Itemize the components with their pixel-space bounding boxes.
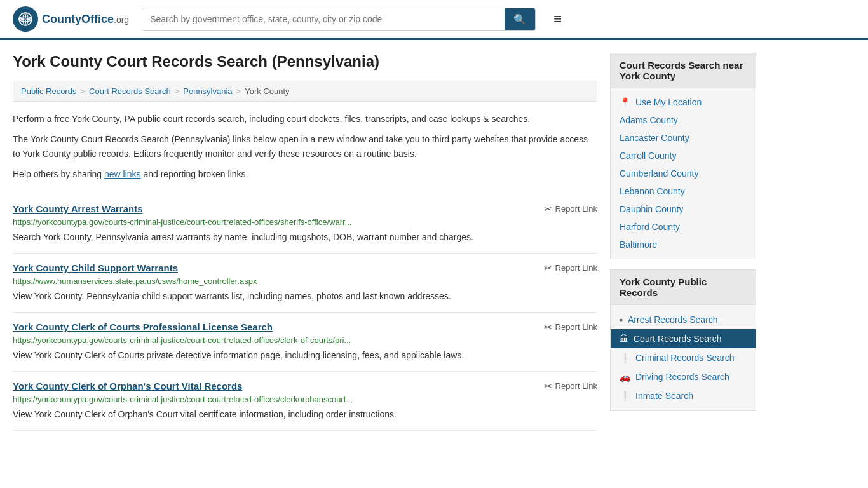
inmate-search-icon: ❕ xyxy=(620,391,630,401)
nearby-section-body: 📍 Use My Location Adams County Lancaster… xyxy=(611,88,756,259)
result-desc: Search York County, Pennsylvania arrest … xyxy=(13,231,597,244)
breadcrumb-court-records[interactable]: Court Records Search xyxy=(89,86,171,96)
new-links-link[interactable]: new links xyxy=(104,169,141,179)
result-item: York County Clerk of Courts Professional… xyxy=(13,313,597,372)
nearby-section-header: Court Records Search near York County xyxy=(611,53,756,88)
description-3: Help others by sharing new links and rep… xyxy=(13,167,597,181)
location-icon: 📍 xyxy=(620,97,630,107)
result-header: York County Child Support Warrants ✂ Rep… xyxy=(13,262,597,274)
nav-driving-records[interactable]: 🚗 Driving Records Search xyxy=(611,367,756,386)
breadcrumb-york-county: York County xyxy=(245,86,289,96)
breadcrumb-sep-1: > xyxy=(80,86,85,96)
breadcrumb-sep-2: > xyxy=(175,86,180,96)
nearby-county-5[interactable]: Dauphin County xyxy=(611,200,756,218)
court-records-icon: 🏛 xyxy=(620,334,628,344)
result-item: York County Arrest Warrants ✂ Report Lin… xyxy=(13,194,597,254)
result-url: https://yorkcountypa.gov/courts-criminal… xyxy=(13,336,597,345)
logo-icon xyxy=(13,6,38,32)
result-header: York County Clerk of Orphan's Court Vita… xyxy=(13,381,597,392)
public-records-header: York County Public Records xyxy=(611,270,756,305)
result-header: York County Clerk of Courts Professional… xyxy=(13,322,597,333)
sidebar: Court Records Search near York County 📍 … xyxy=(610,53,756,431)
nearby-county-4[interactable]: Lebanon County xyxy=(611,182,756,200)
nearby-section: Court Records Search near York County 📍 … xyxy=(610,53,756,259)
logo-link[interactable]: CountyOffice.org xyxy=(13,6,129,32)
search-bar: 🔍 xyxy=(142,8,536,31)
result-url: https://yorkcountypa.gov/courts-criminal… xyxy=(13,217,597,227)
arrest-records-icon: ▪ xyxy=(620,315,623,325)
result-item: York County Child Support Warrants ✂ Rep… xyxy=(13,254,597,313)
nearby-county-7[interactable]: Baltimore xyxy=(611,236,756,254)
report-link[interactable]: ✂ Report Link xyxy=(544,381,597,392)
description-1: Perform a free York County, PA public co… xyxy=(13,112,597,126)
report-icon: ✂ xyxy=(544,262,552,274)
public-records-body: ▪ Arrest Records Search 🏛 Court Records … xyxy=(611,305,756,410)
breadcrumb: Public Records > Court Records Search > … xyxy=(13,81,597,102)
report-icon: ✂ xyxy=(544,381,552,392)
driving-records-icon: 🚗 xyxy=(620,372,630,382)
criminal-records-icon: ❕ xyxy=(620,353,630,363)
result-desc: View York County, Pennsylvania child sup… xyxy=(13,290,597,303)
breadcrumb-sep-3: > xyxy=(236,86,241,96)
result-url: https://yorkcountypa.gov/courts-criminal… xyxy=(13,395,597,404)
result-url: https://www.humanservices.state.pa.us/cs… xyxy=(13,276,597,286)
report-link[interactable]: ✂ Report Link xyxy=(544,203,597,215)
breadcrumb-pennsylvania[interactable]: Pennsylvania xyxy=(183,86,232,96)
search-input[interactable] xyxy=(142,8,505,30)
nav-criminal-records[interactable]: ❕ Criminal Records Search xyxy=(611,348,756,367)
public-records-section: York County Public Records ▪ Arrest Reco… xyxy=(610,269,756,411)
nearby-county-0[interactable]: Adams County xyxy=(611,111,756,129)
use-my-location[interactable]: 📍 Use My Location xyxy=(611,93,756,111)
menu-button[interactable]: ≡ xyxy=(548,8,567,30)
main-container: York County Court Records Search (Pennsy… xyxy=(0,40,868,444)
result-title[interactable]: York County Child Support Warrants xyxy=(13,262,178,273)
result-desc: View York County Clerk of Courts private… xyxy=(13,349,597,362)
result-item: York County Clerk of Orphan's Court Vita… xyxy=(13,372,597,431)
search-button[interactable]: 🔍 xyxy=(505,8,535,30)
report-link[interactable]: ✂ Report Link xyxy=(544,262,597,274)
nav-inmate-search[interactable]: ❕ Inmate Search xyxy=(611,386,756,405)
result-title[interactable]: York County Arrest Warrants xyxy=(13,203,143,214)
content-area: York County Court Records Search (Pennsy… xyxy=(13,53,597,431)
nearby-county-6[interactable]: Harford County xyxy=(611,218,756,236)
report-link[interactable]: ✂ Report Link xyxy=(544,322,597,333)
nearby-county-3[interactable]: Cumberland County xyxy=(611,165,756,182)
site-header: CountyOffice.org 🔍 ≡ xyxy=(0,0,868,40)
result-header: York County Arrest Warrants ✂ Report Lin… xyxy=(13,203,597,215)
logo-text: CountyOffice.org xyxy=(42,13,129,26)
nav-court-records[interactable]: 🏛 Court Records Search xyxy=(611,329,756,348)
result-desc: View York County Clerk of Orphan's Court… xyxy=(13,408,597,421)
page-title: York County Court Records Search (Pennsy… xyxy=(13,53,597,71)
report-icon: ✂ xyxy=(544,322,552,333)
nav-arrest-records[interactable]: ▪ Arrest Records Search xyxy=(611,310,756,329)
description-2: The York County Court Records Search (Pe… xyxy=(13,132,597,161)
results-list: York County Arrest Warrants ✂ Report Lin… xyxy=(13,194,597,431)
breadcrumb-public-records[interactable]: Public Records xyxy=(21,86,76,96)
report-icon: ✂ xyxy=(544,203,552,215)
result-title[interactable]: York County Clerk of Courts Professional… xyxy=(13,322,273,332)
nearby-county-2[interactable]: Carroll County xyxy=(611,147,756,165)
use-location-link[interactable]: Use My Location xyxy=(635,97,702,107)
nearby-county-1[interactable]: Lancaster County xyxy=(611,129,756,147)
result-title[interactable]: York County Clerk of Orphan's Court Vita… xyxy=(13,381,242,391)
